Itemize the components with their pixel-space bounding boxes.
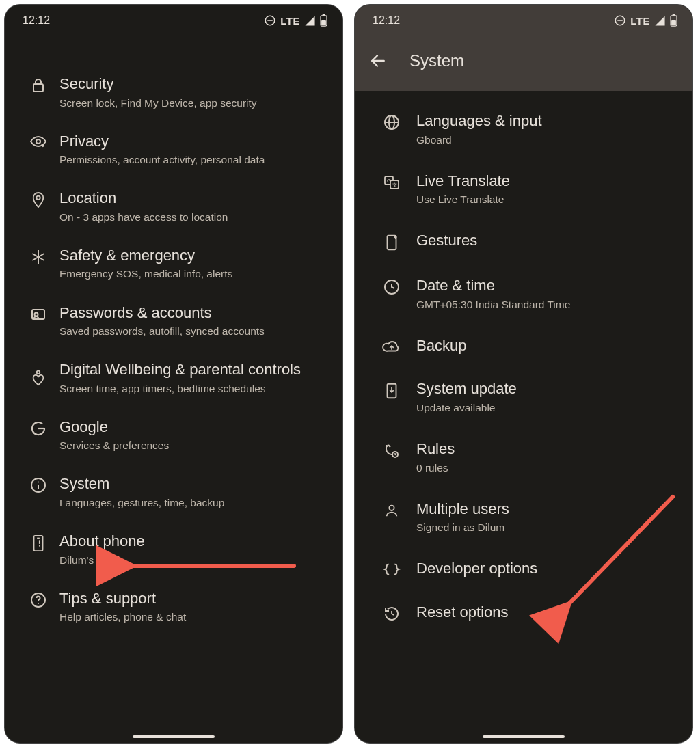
svg-rect-4 [321, 20, 326, 25]
help-icon [17, 589, 59, 608]
row-sub: On - 3 apps have access to location [59, 210, 330, 224]
row-sub: Signed in as Dilum [416, 521, 680, 534]
svg-point-13 [38, 482, 39, 483]
row-title: Gestures [416, 231, 680, 250]
row-languages[interactable]: Languages & input Gboard [355, 99, 692, 159]
clock-icon [367, 276, 416, 295]
row-system[interactable]: System Languages, gestures, time, backup [5, 463, 342, 521]
download-device-icon [367, 379, 416, 400]
row-sub: Saved passwords, autofill, synced accoun… [59, 325, 330, 338]
row-google[interactable]: Google Services & preferences [5, 407, 342, 464]
key-account-icon [17, 303, 59, 323]
translate-icon: G文 [367, 172, 416, 191]
info-icon [17, 474, 59, 493]
eye-shield-icon [17, 132, 59, 151]
row-title: Passwords & accounts [59, 303, 330, 323]
row-sub: Gboard [416, 133, 680, 147]
svg-text:G: G [387, 178, 391, 184]
row-title: About phone [59, 532, 330, 551]
status-indicators: LTE [264, 14, 327, 27]
row-title: Rules [416, 439, 680, 459]
screenshot-left-settings: 12:12 LTE Security Screen lock, Find My … [5, 5, 342, 743]
row-passwords[interactable]: Passwords & accounts Saved passwords, au… [5, 292, 342, 350]
device-icon [17, 532, 59, 552]
row-wellbeing[interactable]: Digital Wellbeing & parental controls Sc… [5, 349, 342, 407]
status-indicators: LTE [614, 14, 677, 27]
dnd-icon [614, 14, 626, 27]
row-title: Digital Wellbeing & parental controls [59, 360, 330, 379]
row-developer-options[interactable]: Developer options [355, 547, 692, 590]
row-sub: Help articles, phone & chat [59, 610, 330, 624]
svg-rect-34 [388, 236, 396, 249]
row-sub: Screen lock, Find My Device, app securit… [59, 96, 330, 110]
row-gestures[interactable]: Gestures [355, 219, 692, 264]
row-title: Languages & input [416, 111, 680, 131]
dnd-icon [264, 14, 276, 27]
svg-rect-24 [673, 14, 675, 16]
row-multiple-users[interactable]: Multiple users Signed in as Dilum [355, 487, 692, 547]
svg-rect-25 [671, 20, 676, 25]
row-sub: 0 rules [416, 461, 680, 475]
row-privacy[interactable]: Privacy Permissions, account activity, p… [5, 121, 342, 178]
row-sub: GMT+05:30 India Standard Time [416, 298, 680, 312]
row-sub: Use Live Translate [416, 193, 680, 206]
battery-icon [320, 14, 327, 27]
gesture-nav-bar[interactable] [5, 735, 342, 738]
signal-icon [304, 15, 316, 27]
svg-rect-5 [33, 84, 43, 92]
row-sub: Emergency SOS, medical info, alerts [59, 267, 330, 281]
row-date-time[interactable]: Date & time GMT+05:30 India Standard Tim… [355, 264, 692, 324]
row-system-update[interactable]: System update Update available [355, 367, 692, 427]
row-rules[interactable]: Rules 0 rules [355, 427, 692, 487]
svg-point-19 [38, 603, 39, 604]
pin-icon [17, 189, 59, 209]
svg-point-7 [36, 196, 40, 200]
asterisk-icon [17, 246, 59, 265]
gesture-nav-bar[interactable] [355, 735, 692, 738]
row-sub: Permissions, account activity, personal … [59, 153, 330, 167]
row-title: Security [59, 74, 330, 94]
person-icon [367, 500, 416, 519]
network-label: LTE [280, 15, 300, 27]
row-about-phone[interactable]: About phone Dilum's Pixel [5, 521, 342, 578]
row-title: Live Translate [416, 172, 680, 191]
row-location[interactable]: Location On - 3 apps have access to loca… [5, 178, 342, 235]
row-reset-options[interactable]: Reset options [355, 590, 692, 634]
screenshot-right-system: 12:12 LTE System Languages & input Gboar… [355, 5, 692, 743]
svg-point-17 [39, 545, 40, 547]
page-title: System [409, 51, 464, 70]
phone-gesture-icon [367, 231, 416, 251]
heart-person-icon [17, 360, 59, 387]
row-sub: Languages, gestures, time, backup [59, 496, 330, 510]
row-live-translate[interactable]: G文 Live Translate Use Live Translate [355, 159, 692, 219]
row-sub: Services & preferences [59, 439, 330, 452]
signal-icon [654, 15, 666, 27]
back-button[interactable] [368, 51, 388, 70]
google-icon [17, 418, 59, 437]
row-security[interactable]: Security Screen lock, Find My Device, ap… [5, 64, 342, 121]
row-sub: Dilum's Pixel [59, 554, 330, 567]
svg-point-38 [389, 505, 394, 510]
globe-icon [367, 111, 416, 131]
svg-rect-3 [323, 14, 325, 16]
arrow-back-icon [369, 52, 387, 70]
row-title: Reset options [416, 603, 680, 622]
svg-point-9 [35, 312, 38, 316]
svg-text:文: 文 [392, 182, 397, 187]
rules-icon [367, 439, 416, 459]
row-tips[interactable]: Tips & support Help articles, phone & ch… [5, 578, 342, 636]
settings-list: Security Screen lock, Find My Device, ap… [5, 36, 342, 635]
row-sub: Screen time, app timers, bedtime schedul… [59, 382, 330, 396]
row-title: Date & time [416, 276, 680, 295]
status-bar: 12:12 LTE [5, 5, 342, 36]
row-safety[interactable]: Safety & emergency Emergency SOS, medica… [5, 235, 342, 292]
svg-point-10 [37, 371, 40, 374]
row-title: Tips & support [59, 589, 330, 608]
cloud-up-icon [367, 336, 416, 354]
row-title: System update [416, 379, 680, 398]
row-title: Backup [416, 336, 680, 355]
row-backup[interactable]: Backup [355, 324, 692, 368]
row-title: Multiple users [416, 500, 680, 519]
row-title: Privacy [59, 132, 330, 151]
row-sub: Update available [416, 401, 680, 415]
